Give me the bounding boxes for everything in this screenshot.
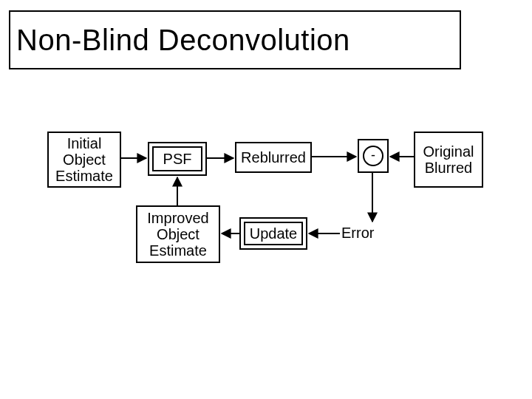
node-psf: PSF	[148, 142, 207, 176]
node-label: Reblurred	[241, 149, 306, 166]
node-original-blurred: Original Blurred	[414, 132, 483, 188]
diagram-stage: Non-Blind Deconvolution Initial Object E…	[0, 0, 532, 399]
node-label: PSF	[163, 151, 192, 167]
node-label: Improved Object Estimate	[147, 210, 208, 259]
minus-circle-icon: -	[363, 146, 383, 166]
node-label: Update	[250, 225, 298, 242]
node-label: Original Blurred	[423, 143, 474, 176]
node-error-label: Error	[341, 225, 374, 242]
node-initial-object-estimate: Initial Object Estimate	[47, 132, 121, 188]
node-update: Update	[239, 217, 307, 250]
node-improved-object-estimate: Improved Object Estimate	[136, 205, 220, 263]
page-title: Non-Blind Deconvolution	[16, 24, 350, 57]
title-box: Non-Blind Deconvolution	[9, 10, 461, 69]
node-label: Initial Object Estimate	[55, 135, 113, 184]
node-reblurred: Reblurred	[235, 142, 312, 173]
minus-label: -	[371, 149, 375, 163]
node-subtract: -	[358, 139, 389, 173]
node-label: Error	[341, 225, 374, 241]
